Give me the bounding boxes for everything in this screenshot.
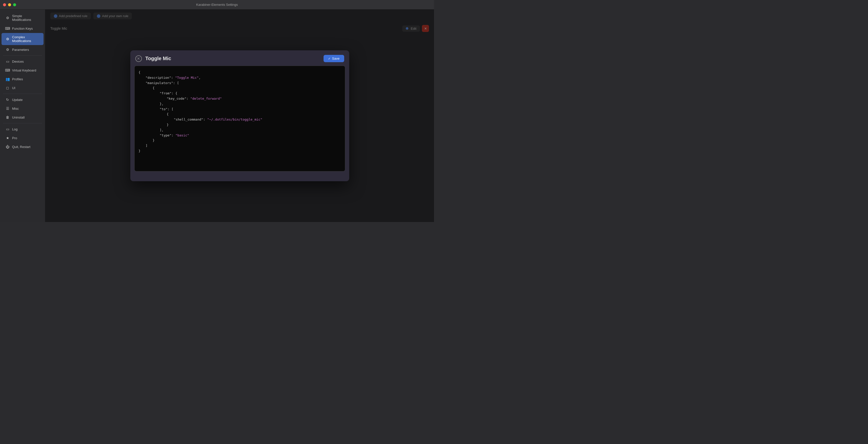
- modal-title-group: ✕ Toggle Mic: [135, 55, 171, 62]
- update-icon: ↻: [5, 98, 9, 102]
- sidebar-item-simple-modifications[interactable]: ⚙ Simple Modifications: [1, 12, 43, 24]
- sidebar-item-label: Uninstall: [12, 116, 25, 119]
- main-content: Add predefined rule Add your own rule To…: [45, 9, 434, 222]
- trash-icon: 🗑: [5, 115, 9, 119]
- sidebar-item-uninstall[interactable]: 🗑 Uninstall: [1, 113, 43, 122]
- sidebar-item-complex-modifications[interactable]: ⚙ Complex Modifications: [1, 33, 43, 45]
- misc-icon: ☰: [5, 107, 9, 111]
- sidebar-item-label: Profiles: [12, 77, 23, 81]
- sidebar-item-label: Virtual Keyboard: [12, 68, 36, 72]
- sidebar-item-devices[interactable]: ▭ Devices: [1, 57, 43, 66]
- sidebar-item-label: Function Keys: [12, 27, 33, 30]
- modal-header: ✕ Toggle Mic Save: [130, 50, 349, 66]
- sidebar-item-label: Log: [12, 127, 18, 131]
- sidebar: ⚙ Simple Modifications ⌨ Function Keys ⚙…: [0, 9, 45, 222]
- sidebar-item-parameters[interactable]: ⚙ Parameters: [1, 45, 43, 54]
- sidebar-item-misc[interactable]: ☰ Misc: [1, 104, 43, 113]
- sidebar-item-label: Misc: [12, 107, 19, 111]
- sidebar-item-update[interactable]: ↻ Update: [1, 95, 43, 104]
- gear-icon: ⚙: [5, 37, 9, 41]
- keyboard-icon: ⌨: [5, 68, 9, 72]
- modal-dialog: ✕ Toggle Mic Save { "description": "Togg…: [130, 50, 349, 181]
- close-icon: ✕: [137, 56, 140, 61]
- sidebar-item-pro[interactable]: ★ Pro: [1, 134, 43, 142]
- modal-overlay: ✕ Toggle Mic Save { "description": "Togg…: [45, 9, 434, 222]
- sidebar-item-quit-restart[interactable]: ⏻ Quit, Restart: [1, 143, 43, 151]
- gear-icon: ⚙: [5, 48, 9, 52]
- sidebar-item-label: Parameters: [12, 48, 29, 52]
- sidebar-item-label: Simple Modifications: [12, 14, 39, 22]
- titlebar: Karabiner-Elements Settings: [0, 0, 434, 9]
- minimize-button[interactable]: [8, 3, 11, 6]
- device-icon: ▭: [5, 59, 9, 63]
- power-icon: ⏻: [5, 145, 9, 149]
- close-button[interactable]: [3, 3, 6, 6]
- window-title: Karabiner-Elements Settings: [196, 3, 238, 6]
- modal-close-button[interactable]: ✕: [135, 55, 142, 62]
- sidebar-item-label: Update: [12, 98, 23, 102]
- sidebar-item-profiles[interactable]: 👥 Profiles: [1, 75, 43, 83]
- sidebar-item-label: Pro: [12, 136, 17, 140]
- sidebar-item-label: Complex Modifications: [12, 35, 39, 43]
- traffic-lights: [3, 3, 16, 6]
- divider: [3, 123, 42, 123]
- save-button[interactable]: Save: [323, 55, 344, 62]
- log-icon: ▭: [5, 127, 9, 131]
- sidebar-item-label: UI: [12, 86, 16, 90]
- save-label: Save: [332, 57, 340, 60]
- sidebar-item-function-keys[interactable]: ⌨ Function Keys: [1, 24, 43, 33]
- sidebar-item-log[interactable]: ▭ Log: [1, 125, 43, 134]
- profiles-icon: 👥: [5, 77, 9, 81]
- sidebar-item-label: Quit, Restart: [12, 145, 30, 149]
- code-editor[interactable]: { "description": "Toggle Mic", "manipula…: [134, 66, 345, 171]
- maximize-button[interactable]: [13, 3, 16, 6]
- gear-icon: ⚙: [5, 16, 9, 20]
- app-layout: ⚙ Simple Modifications ⌨ Function Keys ⚙…: [0, 9, 434, 222]
- sidebar-item-virtual-keyboard[interactable]: ⌨ Virtual Keyboard: [1, 66, 43, 75]
- keyboard-icon: ⌨: [5, 26, 9, 30]
- ui-icon: ◻: [5, 86, 9, 90]
- divider: [3, 55, 42, 56]
- sidebar-item-ui[interactable]: ◻ UI: [1, 84, 43, 92]
- sidebar-item-label: Devices: [12, 60, 24, 63]
- star-icon: ★: [5, 136, 9, 140]
- modal-title: Toggle Mic: [146, 56, 171, 61]
